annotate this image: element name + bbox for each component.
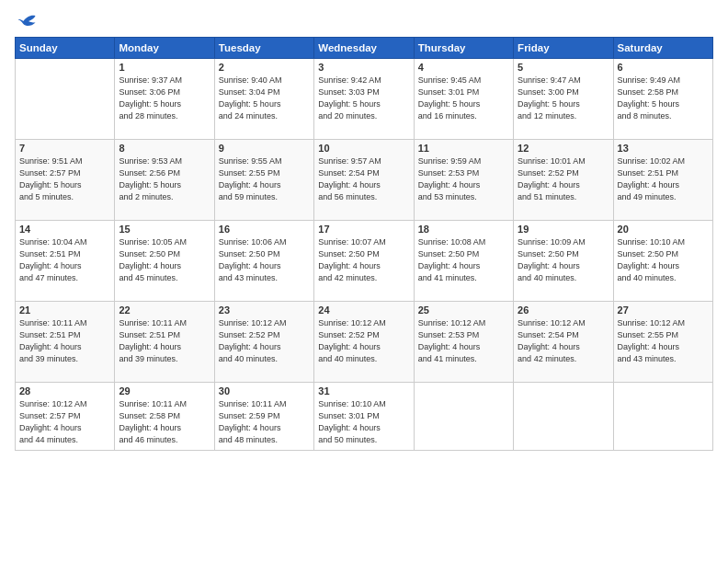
day-number: 13: [618, 143, 709, 154]
calendar-cell: 25Sunrise: 10:12 AM Sunset: 2:53 PM Dayl…: [414, 302, 513, 383]
day-info: Sunrise: 10:12 AM Sunset: 2:54 PM Daylig…: [518, 317, 609, 365]
day-number: 18: [418, 224, 509, 235]
calendar-cell: 28Sunrise: 10:12 AM Sunset: 2:57 PM Dayl…: [16, 383, 115, 451]
logo: [15, 13, 37, 29]
day-number: 6: [618, 62, 709, 73]
day-info: Sunrise: 10:04 AM Sunset: 2:51 PM Daylig…: [19, 236, 110, 284]
day-number: 10: [318, 143, 409, 154]
day-info: Sunrise: 10:12 AM Sunset: 2:57 PM Daylig…: [19, 398, 110, 446]
day-info: Sunrise: 9:59 AM Sunset: 2:53 PM Dayligh…: [418, 155, 509, 203]
weekday-header-sunday: Sunday: [16, 38, 115, 59]
calendar-cell: [414, 383, 513, 451]
calendar-cell: 14Sunrise: 10:04 AM Sunset: 2:51 PM Dayl…: [16, 221, 115, 302]
calendar-cell: 31Sunrise: 10:10 AM Sunset: 3:01 PM Dayl…: [314, 383, 414, 451]
day-info: Sunrise: 10:06 AM Sunset: 2:50 PM Daylig…: [219, 236, 310, 284]
calendar-cell: 17Sunrise: 10:07 AM Sunset: 2:50 PM Dayl…: [314, 221, 414, 302]
day-info: Sunrise: 9:53 AM Sunset: 2:56 PM Dayligh…: [119, 155, 210, 203]
calendar-cell: 18Sunrise: 10:08 AM Sunset: 2:50 PM Dayl…: [414, 221, 513, 302]
calendar-cell: 5Sunrise: 9:47 AM Sunset: 3:00 PM Daylig…: [514, 59, 613, 140]
day-number: 9: [219, 143, 310, 154]
calendar-cell: [16, 59, 115, 140]
day-number: 24: [318, 304, 409, 316]
calendar-cell: 6Sunrise: 9:49 AM Sunset: 2:58 PM Daylig…: [613, 59, 712, 140]
day-info: Sunrise: 9:40 AM Sunset: 3:04 PM Dayligh…: [219, 75, 310, 122]
day-info: Sunrise: 9:42 AM Sunset: 3:03 PM Dayligh…: [318, 75, 409, 122]
weekday-header-wednesday: Wednesday: [314, 38, 414, 59]
calendar-cell: 30Sunrise: 10:11 AM Sunset: 2:59 PM Dayl…: [214, 383, 313, 451]
day-number: 17: [318, 224, 409, 235]
day-info: Sunrise: 9:37 AM Sunset: 3:06 PM Dayligh…: [119, 75, 210, 122]
calendar-cell: 1Sunrise: 9:37 AM Sunset: 3:06 PM Daylig…: [115, 59, 214, 140]
day-info: Sunrise: 10:11 AM Sunset: 2:51 PM Daylig…: [19, 317, 110, 365]
day-number: 31: [318, 385, 409, 396]
calendar-cell: 22Sunrise: 10:11 AM Sunset: 2:51 PM Dayl…: [115, 302, 214, 383]
day-number: 25: [418, 304, 509, 316]
calendar-cell: 24Sunrise: 10:12 AM Sunset: 2:52 PM Dayl…: [314, 302, 414, 383]
day-info: Sunrise: 10:10 AM Sunset: 3:01 PM Daylig…: [318, 398, 409, 446]
day-info: Sunrise: 9:51 AM Sunset: 2:57 PM Dayligh…: [19, 155, 110, 203]
calendar-cell: 23Sunrise: 10:12 AM Sunset: 2:52 PM Dayl…: [214, 302, 313, 383]
weekday-header-monday: Monday: [115, 38, 214, 59]
weekday-header-friday: Friday: [514, 38, 613, 59]
day-info: Sunrise: 10:11 AM Sunset: 2:51 PM Daylig…: [119, 317, 210, 365]
day-info: Sunrise: 9:49 AM Sunset: 2:58 PM Dayligh…: [618, 75, 709, 122]
calendar-cell: 26Sunrise: 10:12 AM Sunset: 2:54 PM Dayl…: [514, 302, 613, 383]
calendar-cell: 3Sunrise: 9:42 AM Sunset: 3:03 PM Daylig…: [314, 59, 414, 140]
calendar-cell: 2Sunrise: 9:40 AM Sunset: 3:04 PM Daylig…: [214, 59, 313, 140]
day-info: Sunrise: 10:02 AM Sunset: 2:51 PM Daylig…: [618, 155, 709, 203]
day-number: 4: [418, 62, 509, 73]
day-info: Sunrise: 10:12 AM Sunset: 2:52 PM Daylig…: [219, 317, 310, 365]
day-info: Sunrise: 9:47 AM Sunset: 3:00 PM Dayligh…: [518, 75, 609, 122]
day-number: 8: [119, 143, 210, 154]
day-info: Sunrise: 10:12 AM Sunset: 2:55 PM Daylig…: [618, 317, 709, 365]
weekday-header-saturday: Saturday: [613, 38, 712, 59]
day-info: Sunrise: 10:08 AM Sunset: 2:50 PM Daylig…: [418, 236, 509, 284]
calendar-cell: 10Sunrise: 9:57 AM Sunset: 2:54 PM Dayli…: [314, 140, 414, 221]
day-info: Sunrise: 10:12 AM Sunset: 2:52 PM Daylig…: [318, 317, 409, 365]
calendar-cell: 13Sunrise: 10:02 AM Sunset: 2:51 PM Dayl…: [613, 140, 712, 221]
calendar-header-row: SundayMondayTuesdayWednesdayThursdayFrid…: [16, 38, 713, 59]
day-info: Sunrise: 10:01 AM Sunset: 2:52 PM Daylig…: [518, 155, 609, 203]
calendar-cell: 4Sunrise: 9:45 AM Sunset: 3:01 PM Daylig…: [414, 59, 513, 140]
day-info: Sunrise: 10:09 AM Sunset: 2:50 PM Daylig…: [518, 236, 609, 284]
calendar-cell: 16Sunrise: 10:06 AM Sunset: 2:50 PM Dayl…: [214, 221, 313, 302]
day-info: Sunrise: 10:11 AM Sunset: 2:59 PM Daylig…: [219, 398, 310, 446]
day-info: Sunrise: 10:10 AM Sunset: 2:50 PM Daylig…: [618, 236, 709, 284]
day-info: Sunrise: 10:05 AM Sunset: 2:50 PM Daylig…: [119, 236, 210, 284]
calendar-cell: 9Sunrise: 9:55 AM Sunset: 2:55 PM Daylig…: [214, 140, 313, 221]
day-info: Sunrise: 9:45 AM Sunset: 3:01 PM Dayligh…: [418, 75, 509, 122]
calendar-cell: 29Sunrise: 10:11 AM Sunset: 2:58 PM Dayl…: [115, 383, 214, 451]
weekday-header-thursday: Thursday: [414, 38, 513, 59]
calendar-cell: 7Sunrise: 9:51 AM Sunset: 2:57 PM Daylig…: [16, 140, 115, 221]
weekday-header-tuesday: Tuesday: [214, 38, 313, 59]
calendar-cell: 21Sunrise: 10:11 AM Sunset: 2:51 PM Dayl…: [16, 302, 115, 383]
day-number: 15: [119, 224, 210, 235]
day-number: 7: [19, 143, 110, 154]
day-number: 16: [219, 224, 310, 235]
day-number: 26: [518, 304, 609, 316]
day-info: Sunrise: 10:12 AM Sunset: 2:53 PM Daylig…: [418, 317, 509, 365]
day-number: 12: [518, 143, 609, 154]
calendar-cell: [613, 383, 712, 451]
calendar-cell: 27Sunrise: 10:12 AM Sunset: 2:55 PM Dayl…: [613, 302, 712, 383]
day-number: 1: [119, 62, 210, 73]
calendar-cell: 11Sunrise: 9:59 AM Sunset: 2:53 PM Dayli…: [414, 140, 513, 221]
day-number: 3: [318, 62, 409, 73]
day-number: 19: [518, 224, 609, 235]
calendar-cell: 15Sunrise: 10:05 AM Sunset: 2:50 PM Dayl…: [115, 221, 214, 302]
calendar-cell: 19Sunrise: 10:09 AM Sunset: 2:50 PM Dayl…: [514, 221, 613, 302]
day-info: Sunrise: 9:57 AM Sunset: 2:54 PM Dayligh…: [318, 155, 409, 203]
day-number: 28: [19, 385, 110, 396]
calendar-table: SundayMondayTuesdayWednesdayThursdayFrid…: [15, 37, 713, 451]
day-info: Sunrise: 9:55 AM Sunset: 2:55 PM Dayligh…: [219, 155, 310, 203]
day-number: 2: [219, 62, 310, 73]
logo-bird-icon: [17, 13, 37, 29]
calendar-cell: 20Sunrise: 10:10 AM Sunset: 2:50 PM Dayl…: [613, 221, 712, 302]
day-number: 23: [219, 304, 310, 316]
calendar-cell: 8Sunrise: 9:53 AM Sunset: 2:56 PM Daylig…: [115, 140, 214, 221]
day-number: 20: [618, 224, 709, 235]
calendar-cell: [514, 383, 613, 451]
day-number: 27: [618, 304, 709, 316]
calendar-cell: 12Sunrise: 10:01 AM Sunset: 2:52 PM Dayl…: [514, 140, 613, 221]
day-number: 30: [219, 385, 310, 396]
